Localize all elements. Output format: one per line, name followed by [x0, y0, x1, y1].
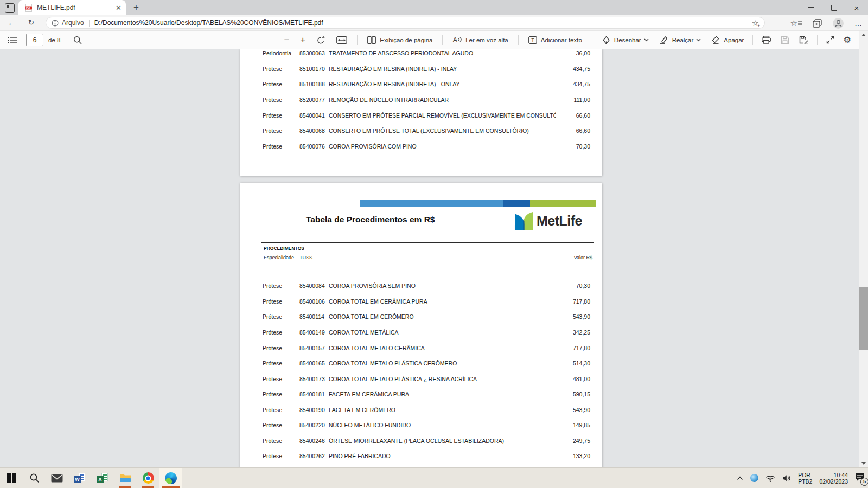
page-view-icon	[367, 36, 376, 44]
fullscreen-icon[interactable]	[826, 36, 834, 44]
table-row: Prótese 85400262 PINO PRÉ FABRICADO 133,…	[240, 448, 602, 464]
erase-button[interactable]: Apagar	[712, 36, 744, 44]
cell-tuss: 85200077	[299, 97, 329, 103]
sound-waves-icon	[458, 37, 462, 42]
cell-tuss: 85400149	[299, 329, 329, 336]
page-number-input[interactable]	[26, 34, 43, 46]
cell-valor: 70,30	[556, 282, 590, 289]
favorites-bar-icon[interactable]: ☆	[790, 18, 802, 28]
settings-and-more-icon[interactable]: …	[854, 19, 863, 28]
vertical-scrollbar[interactable]	[859, 31, 868, 467]
table-row: Prótese 85400246 ÓRTESE MIORRELAXANTE (P…	[240, 433, 602, 449]
notification-center-button[interactable]: 5	[855, 473, 865, 484]
cell-descricao: COROA PROVISÓRIA COM PINO	[329, 143, 556, 150]
onedrive-status-icon[interactable]	[750, 474, 758, 482]
system-tray: POR PTB2 10:44 02/02/2023 5	[737, 468, 865, 488]
clock[interactable]: 10:44 02/02/2023	[819, 472, 848, 485]
add-favorite-icon[interactable]: ☆+	[752, 19, 759, 27]
cell-valor: 111,00	[556, 97, 590, 103]
chevron-down-icon[interactable]	[644, 38, 649, 42]
scroll-down-button[interactable]	[859, 459, 868, 467]
read-aloud-button[interactable]: A Ler em voz alta	[452, 36, 508, 44]
tab-strip: PDF METLIFE.pdf ✕ + ×	[0, 0, 868, 15]
taskbar-search-button[interactable]	[23, 468, 46, 488]
address-field[interactable]: Arquivo D:/Documentos%20Usuario/Desktop/…	[46, 17, 765, 29]
cell-descricao: ÓRTESE MIORRELAXANTE (PLACA OCLUSAL ESTA…	[329, 438, 556, 444]
taskbar-chrome-button[interactable]	[137, 468, 159, 488]
chevron-down-icon[interactable]	[696, 38, 701, 42]
cell-tuss: 85400246	[299, 438, 329, 444]
cell-tuss: 85400106	[299, 298, 329, 305]
new-tab-button[interactable]: +	[130, 2, 142, 14]
pdf-page-6: Tabela de Procedimentos em R$ MetLife PR…	[240, 183, 602, 467]
cell-especialidade: Prótese	[263, 298, 299, 305]
language-indicator[interactable]: POR PTB2	[798, 472, 812, 485]
excel-icon: X	[97, 472, 108, 484]
browser-action-icons: ☆ …	[790, 15, 863, 31]
table-row: Prótese 85400041 CONSERTO EM PRÓTESE PAR…	[240, 107, 602, 123]
zoom-in-icon[interactable]: +	[300, 35, 305, 44]
cell-valor: 717,80	[556, 345, 590, 351]
scroll-up-button[interactable]	[859, 31, 868, 39]
cell-tuss: 85100170	[299, 66, 329, 72]
arrow-up-icon	[861, 34, 866, 36]
cell-tuss: 85400190	[299, 407, 329, 413]
cell-especialidade: Prótese	[263, 391, 299, 397]
tab-metlife-pdf[interactable]: PDF METLIFE.pdf ✕	[18, 0, 126, 15]
edge-icon	[165, 472, 177, 484]
zoom-out-icon[interactable]: −	[284, 35, 289, 44]
table-row: Prótese 85400181 FACETA EM CERÂMICA PURA…	[240, 387, 602, 402]
minimize-button[interactable]	[800, 0, 822, 15]
page-view-button[interactable]: Exibição de página	[367, 36, 432, 44]
volume-icon[interactable]	[782, 474, 791, 482]
language-code: POR	[798, 472, 812, 478]
cell-especialidade: Prótese	[263, 127, 299, 134]
cell-valor: 133,20	[556, 453, 590, 459]
draw-button[interactable]: Desenhar	[602, 36, 649, 44]
collections-icon[interactable]	[813, 19, 822, 28]
print-icon[interactable]	[762, 36, 771, 44]
tab-actions-menu-icon[interactable]	[5, 3, 15, 13]
save-as-icon[interactable]	[799, 36, 808, 44]
pdf-settings-gear-icon[interactable]: ⚙	[843, 35, 851, 45]
taskbar-mail-button[interactable]	[46, 468, 68, 488]
site-zone-label: Arquivo	[62, 19, 84, 27]
save-icon[interactable]	[781, 36, 789, 44]
table-row: Prótese 85200077 REMOÇÃO DE NÚCLEO INTRA…	[240, 92, 602, 108]
start-button[interactable]	[0, 468, 23, 488]
cell-especialidade: Periodontia	[263, 50, 299, 56]
cell-especialidade: Prótese	[263, 143, 299, 150]
wifi-icon[interactable]	[765, 474, 775, 482]
rotate-icon[interactable]	[316, 36, 326, 44]
info-icon[interactable]	[52, 20, 59, 27]
scrollbar-thumb[interactable]	[859, 287, 868, 350]
search-icon[interactable]	[73, 36, 82, 44]
restore-button[interactable]	[822, 0, 845, 15]
refresh-icon[interactable]: ↻	[28, 18, 34, 27]
close-icon: ×	[854, 4, 859, 12]
taskbar-file-explorer-button[interactable]	[114, 468, 137, 488]
table-row: Prótese 85400165 COROA TOTAL METALO PLÁS…	[240, 356, 602, 371]
read-aloud-icon: A	[452, 36, 457, 44]
table-of-contents-icon[interactable]	[8, 36, 17, 44]
taskbar-excel-button[interactable]: X	[91, 468, 114, 488]
hidden-icons-chevron-icon[interactable]	[737, 476, 743, 480]
cell-descricao: COROA TOTAL EM CERÂMICA PURA	[329, 298, 556, 305]
close-button[interactable]: ×	[845, 0, 868, 15]
fit-to-width-icon[interactable]	[336, 36, 347, 44]
back-icon[interactable]: ←	[8, 18, 16, 27]
cell-descricao: RESTAURAÇÃO EM RESINA (INDIRETA) - ONLAY	[329, 81, 556, 87]
highlight-button[interactable]: Realçar	[660, 36, 701, 44]
add-text-button[interactable]: T Adicionar texto	[528, 36, 582, 44]
url-text[interactable]: D:/Documentos%20Usuario/Desktop/TABELAS%…	[94, 19, 752, 27]
cell-valor: 149,85	[556, 422, 590, 428]
pdf-file-icon: PDF	[25, 4, 33, 12]
tab-close-icon[interactable]: ✕	[116, 4, 122, 11]
profile-button[interactable]	[833, 18, 844, 29]
taskbar-edge-button[interactable]	[159, 468, 182, 488]
taskbar-word-button[interactable]: W	[68, 468, 91, 488]
column-headers: Especialidade TUSS Valor R$	[264, 255, 592, 260]
file-explorer-icon	[119, 473, 131, 483]
page-title: Tabela de Procedimentos em R$	[306, 215, 435, 224]
metlife-logo-text: MetLife	[537, 213, 582, 229]
